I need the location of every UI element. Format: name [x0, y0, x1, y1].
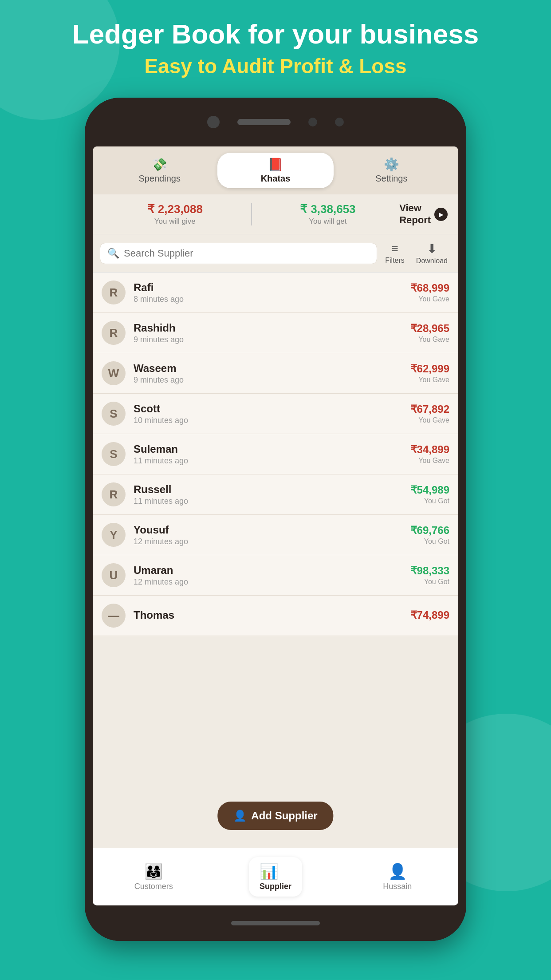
tab-spendings[interactable]: 💸 Spendings [102, 153, 217, 188]
supplier-status: You Gave [410, 295, 449, 303]
tab-settings[interactable]: ⚙️ Settings [334, 153, 449, 188]
filter-icon: ≡ [391, 242, 398, 256]
supplier-status: You Got [410, 578, 449, 586]
supplier-list: R Rafi 8 minutes ago ₹68,999 You Gave R … [93, 273, 458, 636]
add-supplier-icon: 👤 [233, 810, 247, 822]
summary-section: ₹ 2,23,088 You will give ₹ 3,38,653 You … [93, 194, 458, 234]
supplier-avatar: Y [102, 523, 126, 547]
nav-tabs: 💸 Spendings 📕 Khatas ⚙️ Settings [93, 146, 458, 194]
supplier-avatar: S [102, 442, 126, 466]
list-item[interactable]: W Waseem 9 minutes ago ₹62,999 You Gave [93, 353, 458, 394]
header-section: Ledger Book for your business Easy to Au… [0, 18, 551, 78]
play-icon: ▶ [434, 208, 448, 221]
list-item[interactable]: U Umaran 12 minutes ago ₹98,333 You Got [93, 555, 458, 596]
phone-sensor-2 [335, 118, 344, 126]
list-item[interactable]: R Rafi 8 minutes ago ₹68,999 You Gave [93, 273, 458, 313]
download-button[interactable]: ⬇ Download [413, 240, 451, 267]
supplier-time: 12 minutes ago [134, 537, 410, 546]
bottom-nav-supplier[interactable]: 📊 Supplier [215, 853, 337, 901]
spendings-icon: 💸 [152, 157, 167, 172]
supplier-avatar: U [102, 563, 126, 587]
supplier-name: Yousuf [134, 524, 410, 536]
hussain-label: Hussain [383, 882, 412, 891]
header-subtitle: Easy to Audit Profit & Loss [27, 54, 524, 78]
supplier-info: Umaran 12 minutes ago [134, 564, 410, 587]
list-item[interactable]: S Suleman 11 minutes ago ₹34,899 You Gav… [93, 434, 458, 474]
supplier-amount: ₹74,899 [410, 609, 449, 621]
summary-get: ₹ 3,38,653 You will get [256, 202, 400, 226]
search-wrapper: 🔍 [100, 243, 377, 264]
supplier-avatar: — [102, 604, 126, 628]
supplier-name: Scott [134, 403, 410, 415]
customers-label: Customers [134, 882, 173, 891]
phone-speaker [237, 119, 291, 125]
supplier-name: Umaran [134, 564, 410, 577]
supplier-amount: ₹68,999 [410, 282, 449, 294]
give-amount: ₹ 2,23,088 [103, 202, 247, 216]
phone-camera [207, 116, 220, 128]
list-item[interactable]: R Russell 11 minutes ago ₹54,989 You Got [93, 474, 458, 515]
supplier-info: Thomas [134, 609, 410, 622]
list-item[interactable]: S Scott 10 minutes ago ₹67,892 You Gave [93, 394, 458, 434]
supplier-amount-section: ₹28,965 You Gave [410, 322, 449, 344]
supplier-amount: ₹67,892 [410, 403, 449, 415]
filters-button[interactable]: ≡ Filters [382, 240, 408, 266]
phone-screen: 💸 Spendings 📕 Khatas ⚙️ Settings ₹ 2,23,… [93, 146, 458, 905]
search-filter-bar: 🔍 ≡ Filters ⬇ Download [93, 234, 458, 273]
supplier-status: You Got [410, 497, 449, 505]
supplier-name: Thomas [134, 609, 410, 621]
get-label: You will get [256, 217, 400, 226]
home-indicator [231, 921, 320, 925]
get-amount: ₹ 3,38,653 [256, 202, 400, 216]
supplier-status: You Gave [410, 376, 449, 384]
supplier-amount: ₹34,899 [410, 443, 449, 456]
supplier-avatar: R [102, 281, 126, 304]
supplier-time: 11 minutes ago [134, 497, 410, 506]
supplier-icon: 📊 [260, 862, 291, 880]
filter-label: Filters [385, 257, 405, 265]
supplier-info: Rashidh 9 minutes ago [134, 322, 410, 344]
supplier-amount-section: ₹34,899 You Gave [410, 443, 449, 465]
supplier-info: Rafi 8 minutes ago [134, 281, 410, 304]
supplier-label: Supplier [260, 882, 291, 891]
supplier-time: 12 minutes ago [134, 577, 410, 587]
supplier-info: Scott 10 minutes ago [134, 403, 410, 425]
supplier-avatar: R [102, 482, 126, 506]
supplier-status: You Got [410, 537, 449, 545]
search-input[interactable] [124, 248, 370, 259]
supplier-time: 8 minutes ago [134, 295, 410, 304]
supplier-status: You Gave [410, 336, 449, 344]
list-item[interactable]: R Rashidh 9 minutes ago ₹28,965 You Gave [93, 313, 458, 353]
supplier-amount: ₹62,999 [410, 363, 449, 375]
supplier-amount: ₹69,766 [410, 524, 449, 537]
view-report-button[interactable]: ViewReport ▶ [399, 202, 448, 226]
settings-label: Settings [375, 174, 407, 184]
phone-bottom-bar [85, 905, 466, 941]
supplier-amount-section: ₹67,892 You Gave [410, 403, 449, 424]
supplier-status: You Gave [410, 416, 449, 424]
supplier-time: 10 minutes ago [134, 416, 410, 425]
hussain-icon: 👤 [388, 862, 407, 880]
tab-khatas[interactable]: 📕 Khatas [217, 153, 333, 188]
bottom-nav-hussain[interactable]: 👤 Hussain [336, 858, 458, 896]
supplier-amount-section: ₹74,899 [410, 609, 449, 622]
add-supplier-button[interactable]: 👤 Add Supplier [217, 802, 333, 830]
supplier-avatar: S [102, 402, 126, 426]
download-icon: ⬇ [427, 241, 437, 256]
settings-icon: ⚙️ [384, 157, 399, 172]
phone-top-bar [85, 98, 466, 146]
supplier-name: Waseem [134, 362, 410, 375]
give-label: You will give [103, 217, 247, 226]
supplier-amount-section: ₹62,999 You Gave [410, 363, 449, 384]
supplier-avatar: W [102, 361, 126, 385]
supplier-info: Waseem 9 minutes ago [134, 362, 410, 385]
supplier-time: 11 minutes ago [134, 456, 410, 466]
list-item[interactable]: Y Yousuf 12 minutes ago ₹69,766 You Got [93, 515, 458, 555]
download-label: Download [416, 257, 448, 265]
list-item[interactable]: — Thomas ₹74,899 [93, 596, 458, 636]
bottom-nav-customers[interactable]: 👨‍👩‍👧 Customers [93, 858, 215, 896]
spendings-label: Spendings [138, 174, 181, 184]
bottom-navigation: 👨‍👩‍👧 Customers 📊 Supplier 👤 Hussain [93, 848, 458, 905]
customers-icon: 👨‍👩‍👧 [144, 862, 163, 880]
supplier-amount-section: ₹54,989 You Got [410, 484, 449, 505]
